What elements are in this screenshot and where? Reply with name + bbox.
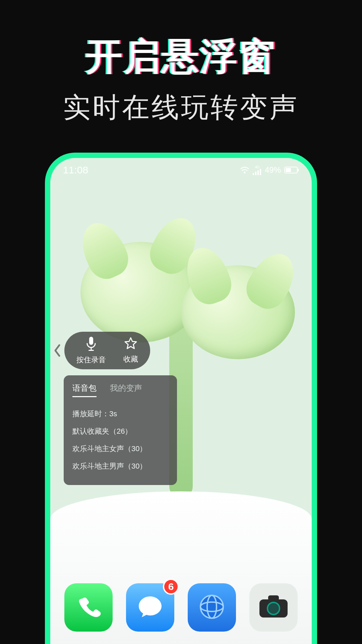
- headline-title: 开启悬浮窗: [0, 32, 362, 82]
- status-bar: 11:08 4G: [50, 158, 312, 182]
- floating-pill: 按住录音 收藏: [64, 332, 150, 369]
- voice-pack-panel[interactable]: 语音包 我的变声 播放延时：3s 默认收藏夹（26） 欢乐斗地主女声（30） 欢…: [64, 375, 177, 485]
- svg-rect-7: [286, 168, 291, 172]
- svg-rect-4: [260, 169, 261, 175]
- svg-rect-10: [88, 350, 94, 351]
- favorite-button[interactable]: 收藏: [123, 337, 138, 364]
- panel-row-male[interactable]: 欢乐斗地主男声（30）: [72, 458, 168, 475]
- phone-icon: [76, 594, 101, 621]
- svg-rect-1: [253, 173, 254, 175]
- status-time: 11:08: [63, 164, 88, 176]
- headline-subtitle: 实时在线玩转变声: [0, 89, 362, 126]
- record-button[interactable]: 按住录音: [76, 336, 106, 365]
- favorite-label: 收藏: [123, 354, 138, 364]
- svg-rect-16: [268, 595, 279, 601]
- svg-point-0: [244, 171, 245, 173]
- svg-rect-3: [257, 170, 259, 175]
- headline: 开启悬浮窗 实时在线玩转变声: [0, 32, 362, 126]
- promo-page: 开启悬浮窗 实时在线玩转变声 11:08: [0, 0, 362, 644]
- microphone-icon: [85, 336, 97, 352]
- battery-text: 49%: [265, 165, 281, 175]
- messages-badge: 6: [163, 579, 179, 595]
- camera-app[interactable]: [249, 583, 298, 632]
- floating-toolbar[interactable]: 按住录音 收藏: [50, 332, 150, 369]
- tab-voice-pack[interactable]: 语音包: [72, 383, 97, 397]
- svg-rect-8: [89, 337, 93, 345]
- battery-icon: [284, 166, 299, 174]
- panel-row-female[interactable]: 欢乐斗地主女声（30）: [72, 440, 168, 458]
- wifi-icon: [240, 166, 249, 174]
- collapse-button[interactable]: [50, 332, 64, 369]
- chevron-left-icon: [53, 343, 62, 358]
- svg-rect-2: [255, 172, 256, 175]
- phone-app[interactable]: [64, 583, 113, 632]
- globe-icon: [197, 592, 226, 623]
- browser-app[interactable]: [188, 583, 236, 632]
- messages-app[interactable]: 6: [126, 583, 174, 632]
- svg-rect-9: [91, 347, 92, 350]
- panel-row-default-fav[interactable]: 默认收藏夹（26）: [72, 423, 168, 440]
- chat-bubble-icon: [136, 594, 164, 621]
- phone-screen: 11:08 4G: [50, 158, 312, 644]
- network-label: 4G: [255, 165, 259, 169]
- status-right: 4G 49%: [240, 165, 299, 175]
- tab-my-voice[interactable]: 我的变声: [110, 383, 142, 397]
- dock: 6: [50, 572, 312, 644]
- record-label: 按住录音: [76, 355, 106, 365]
- phone-frame: 11:08 4G: [45, 153, 317, 644]
- panel-tabs: 语音包 我的变声: [72, 383, 168, 397]
- panel-row-delay[interactable]: 播放延时：3s: [72, 405, 168, 423]
- svg-rect-6: [298, 169, 299, 171]
- star-icon: [124, 337, 137, 352]
- camera-icon: [257, 593, 290, 622]
- signal-icon: 4G: [253, 165, 261, 175]
